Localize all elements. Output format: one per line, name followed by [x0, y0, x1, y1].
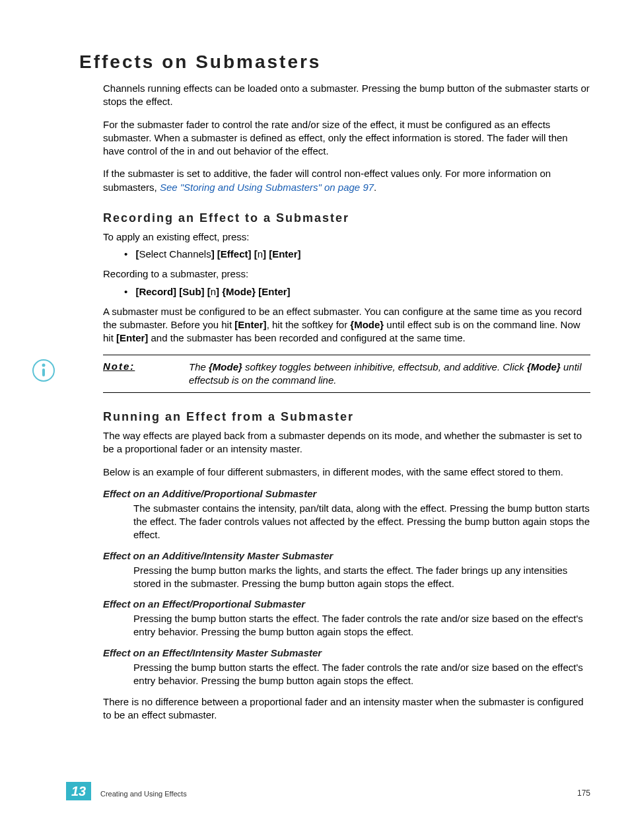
intro3-post: . [374, 182, 376, 193]
b: {Mode} [527, 361, 561, 372]
intro-para-3: If the submaster is set to additive, the… [103, 167, 590, 194]
note-label: Note: [103, 361, 189, 388]
b: [Enter] [234, 319, 266, 330]
run-p1: The way effects are played back from a s… [103, 429, 590, 456]
divider [103, 392, 590, 393]
item-body: Pressing the bump button starts the effe… [133, 612, 590, 639]
t: and the submaster has been recorded and … [148, 332, 465, 343]
t: n [258, 248, 263, 260]
rec-line1: To apply an existing effect, press: [103, 230, 590, 244]
t: n [211, 286, 216, 297]
b: {Mode} [209, 361, 242, 372]
t: Select Channels [139, 248, 211, 260]
item-heading: Effect on an Effect/Intensity Master Sub… [103, 647, 590, 658]
content: Channels running effects can be loaded o… [103, 82, 590, 722]
t: softkey toggles between inhibitive, effe… [242, 361, 527, 372]
heading-running: Running an Effect from a Submaster [103, 410, 590, 424]
t: The [189, 361, 209, 372]
b: ] {Mode} [Enter] [216, 286, 291, 297]
item-body: The submaster contains the intensity, pa… [133, 502, 590, 542]
note-body: The {Mode} softkey toggles between inhib… [189, 361, 590, 388]
intro-para-1: Channels running effects can be loaded o… [103, 82, 590, 109]
b: ] [Effect] [ [211, 248, 258, 260]
page-number: 175 [577, 788, 590, 798]
svg-point-1 [42, 363, 46, 367]
b: [Enter] [116, 332, 148, 343]
t: , hit the softkey for [267, 319, 351, 330]
page: Effects on Submasters Channels running e… [0, 0, 630, 840]
link-submasters[interactable]: See "Storing and Using Submasters" on pa… [160, 182, 374, 193]
section-name: Creating and Using Effects [100, 790, 187, 798]
rec-bullet2: [Record] [Sub] [n] {Mode} [Enter] [133, 285, 590, 298]
run-p2: Below is an example of four different su… [103, 466, 590, 479]
heading-recording: Recording an Effect to a Submaster [103, 211, 590, 225]
item-heading: Effect on an Additive/Proportional Subma… [103, 488, 590, 499]
svg-rect-2 [42, 368, 45, 376]
chapter-number: 13 [66, 782, 91, 800]
item-heading: Effect on an Effect/Proportional Submast… [103, 598, 590, 610]
rec-para: A submaster must be configured to be an … [103, 305, 590, 345]
info-icon [32, 359, 58, 385]
b: [Record] [Sub] [ [135, 286, 210, 297]
item-heading: Effect on an Additive/Intensity Master S… [103, 550, 590, 561]
b: ] [Enter] [263, 248, 301, 260]
rec-line2: Recording to a submaster, press: [103, 267, 590, 281]
item-body: Pressing the bump button starts the effe… [133, 661, 590, 688]
item-body: Pressing the bump button marks the light… [133, 564, 590, 591]
note-block: Note: The {Mode} softkey toggles between… [103, 355, 590, 394]
footer: 13 Creating and Using Effects 175 [0, 782, 630, 800]
run-closing: There is no difference between a proport… [103, 695, 590, 722]
b: {Mode} [350, 319, 384, 330]
rec-bullet1: [Select Channels] [Effect] [n] [Enter] [133, 248, 590, 261]
intro-para-2: For the submaster fader to control the r… [103, 118, 590, 158]
heading-main: Effects on Submasters [79, 52, 590, 73]
